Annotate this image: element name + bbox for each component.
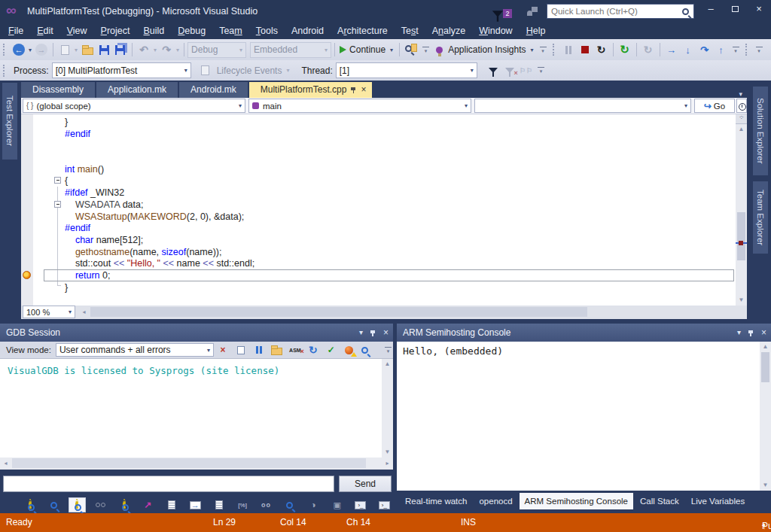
step-into-button[interactable]: ↓ [680, 41, 696, 58]
quick-launch-input[interactable] [547, 7, 682, 16]
terminal-icon[interactable]: ›_ [352, 497, 369, 512]
step-over-button[interactable]: ↷ [696, 41, 713, 58]
pin-icon[interactable] [370, 330, 376, 336]
sidebar-tab-test-explorer[interactable]: Test Explorer [2, 83, 17, 160]
gear-search-quick-icon[interactable] [69, 497, 86, 512]
clear-filter-button[interactable]: × [501, 62, 518, 79]
binoculars-icon[interactable] [92, 497, 109, 512]
process-combo[interactable]: [0] MultiPlatformTest▾ [52, 62, 191, 78]
gdb-error-sphere-icon[interactable] [340, 342, 358, 357]
scroll-thumb[interactable] [737, 212, 745, 260]
menu-project[interactable]: Project [94, 23, 137, 39]
bottom-tab-arm-semihosting-console[interactable]: ARM Semihosting Console [520, 493, 633, 509]
menu-view[interactable]: View [60, 23, 94, 39]
undo-dropdown[interactable]: ▾ [154, 47, 157, 53]
scroll-up-icon[interactable]: ▲ [760, 342, 771, 352]
view-mode-combo[interactable]: User commands + all errors▾ [56, 343, 214, 357]
navigate-back-button[interactable]: ← [11, 41, 27, 58]
send-button[interactable]: Send [339, 476, 392, 492]
gear-search-2-icon[interactable] [116, 497, 133, 512]
close-icon[interactable]: × [761, 324, 766, 342]
glasses-icon[interactable]: oo [258, 497, 275, 512]
history-timer-button[interactable] [736, 99, 747, 113]
gdb-copy-icon[interactable] [232, 342, 250, 357]
gdb-test-check-icon[interactable]: ✓ [322, 342, 340, 357]
tab-overflow-icon[interactable]: ▾ [739, 90, 747, 98]
hscroll-thumb[interactable] [12, 458, 366, 468]
menu-architecture[interactable]: Architecture [331, 23, 395, 39]
gdb-search-icon[interactable] [358, 342, 376, 357]
minimize-button[interactable]: – [699, 0, 723, 20]
break-all-button[interactable] [560, 41, 577, 58]
gdb-vscrollbar[interactable]: ▲ ▼ [382, 359, 393, 458]
scroll-up-icon[interactable]: ▲ [736, 124, 747, 135]
toolbar-grip[interactable] [745, 44, 749, 56]
terminal-2-icon[interactable]: ›_ [376, 497, 393, 512]
scroll-down-icon[interactable]: ▼ [382, 447, 393, 458]
half-circle-icon[interactable]: ◑ [305, 497, 322, 512]
pin-icon[interactable] [351, 87, 356, 93]
lifecycle-events-button[interactable] [197, 62, 214, 79]
feedback-icon[interactable] [527, 7, 538, 16]
save-all-button[interactable] [112, 41, 129, 58]
current-statement-marker[interactable] [23, 271, 31, 279]
search-icon[interactable] [44, 497, 62, 512]
gear-search-icon[interactable] [21, 497, 38, 512]
gdb-folder-icon[interactable] [268, 342, 286, 357]
window-position-dropdown[interactable]: ▾ [359, 324, 363, 342]
scroll-thumb[interactable] [761, 352, 769, 382]
project-combo[interactable]: ▾ [474, 99, 691, 113]
redo-dropdown[interactable]: ▾ [176, 47, 179, 53]
toolbar-overflow[interactable]: ▾ [538, 66, 544, 74]
bottom-tab-call-stack[interactable]: Call Stack [635, 493, 684, 509]
scroll-down-icon[interactable]: ▼ [736, 295, 747, 306]
refresh-button[interactable]: ↻ [617, 41, 633, 58]
sidebar-tab-solution-explorer[interactable]: Solution Explorer [753, 87, 768, 175]
new-file-dropdown[interactable]: ▾ [75, 47, 78, 53]
zoom-combo[interactable]: 100 %▾ [23, 306, 75, 318]
arm-vscrollbar[interactable]: ▲ ▼ [760, 342, 771, 491]
open-file-button[interactable] [79, 41, 96, 58]
gdb-refresh-icon[interactable]: ↻ [304, 342, 322, 357]
gdb-pause-icon[interactable] [250, 342, 268, 357]
toolbar-overflow[interactable]: ▾ [385, 346, 392, 354]
menu-file[interactable]: File [2, 23, 30, 39]
save-button[interactable] [96, 41, 112, 58]
toolbar-overflow[interactable]: ▾ [540, 46, 547, 54]
bottom-tab-live-variables[interactable]: Live Variables [686, 493, 750, 509]
show-next-statement-button[interactable]: → [663, 41, 680, 58]
fold-toggle-icon[interactable] [54, 177, 61, 184]
gdb-panel-header[interactable]: GDB Session ▾ × [0, 324, 393, 342]
scroll-left-icon[interactable]: ◂ [78, 307, 90, 318]
scroll-left-icon[interactable]: ◂ [0, 458, 11, 469]
platform-combo[interactable]: Embedded▾ [250, 42, 331, 58]
doc-tab-disassembly[interactable]: Disassembly [21, 82, 95, 98]
toolbar-grip[interactable] [3, 44, 7, 56]
solution-config-combo[interactable]: Debug▾ [187, 42, 246, 58]
gdb-output[interactable]: VisualGDB is licensed to Sysprogs (site … [0, 359, 393, 458]
menu-window[interactable]: Window [472, 23, 519, 39]
registers-icon[interactable] [210, 497, 227, 512]
navigate-forward-button[interactable]: → [33, 41, 50, 58]
menu-build[interactable]: Build [137, 23, 172, 39]
menu-edit[interactable]: Edit [30, 23, 60, 39]
scroll-right-icon[interactable]: ▸ [382, 458, 393, 469]
bottom-tab-openocd[interactable]: openocd [474, 493, 517, 509]
doc-tab-multiplatformtest.cpp[interactable]: MultiPlatformTest.cpp× [249, 82, 373, 98]
step-out-button[interactable]: ↑ [713, 41, 730, 58]
menu-debug[interactable]: Debug [171, 23, 212, 39]
thread-combo[interactable]: [1]▾ [336, 62, 477, 78]
fold-toggle-icon[interactable] [54, 201, 61, 208]
export-icon[interactable]: → [187, 497, 204, 512]
arm-console-output[interactable]: Hello, (embedded) ▲ ▼ [397, 342, 771, 491]
continue-button[interactable]: Continue ▾ [338, 41, 396, 58]
toolbar-overflow[interactable]: ▾ [733, 46, 739, 54]
menu-team[interactable]: Team [212, 23, 249, 39]
scroll-down-icon[interactable]: ▼ [760, 480, 771, 491]
watch-format-icon[interactable]: [%] [233, 497, 251, 512]
scope-combo[interactable]: { } (global scope) ▾ [23, 99, 245, 113]
attach-button[interactable] [403, 41, 419, 58]
close-icon[interactable]: × [361, 82, 366, 98]
toolbar-grip[interactable] [553, 44, 556, 56]
restart-button[interactable]: ↻ [593, 41, 610, 58]
